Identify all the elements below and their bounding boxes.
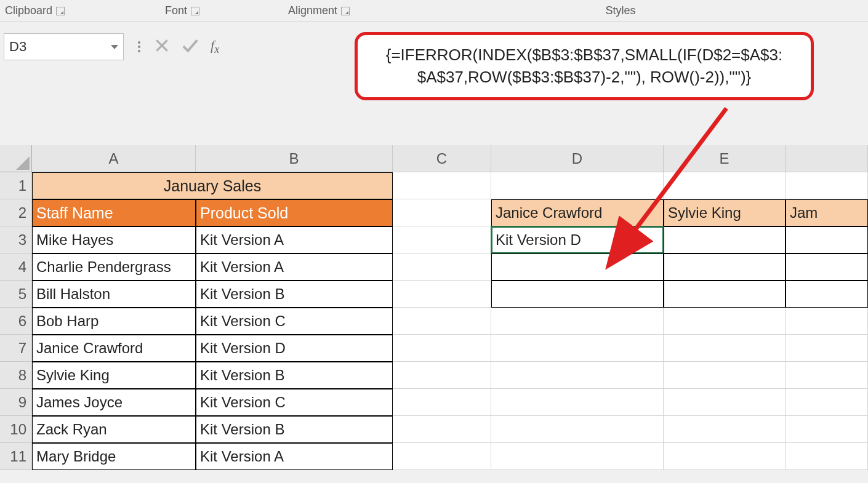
name-box[interactable]: D3 [4, 33, 124, 60]
cell-C1[interactable] [393, 172, 491, 199]
cell-C4[interactable] [393, 253, 491, 281]
cell-D1[interactable] [491, 172, 664, 199]
column-header-C[interactable]: C [393, 145, 491, 172]
cell-A5[interactable]: Bill Halston [32, 281, 196, 308]
row-header[interactable]: 11 [0, 443, 32, 470]
ribbon-group-alignment[interactable]: Alignment [288, 4, 417, 17]
cell-E8[interactable] [664, 362, 786, 389]
cell-C10[interactable] [393, 416, 491, 443]
row-header[interactable]: 3 [0, 226, 32, 253]
cell-C7[interactable] [393, 335, 491, 362]
cell-F1[interactable] [786, 172, 868, 199]
cell-D9[interactable] [491, 389, 664, 416]
cell-A2[interactable]: Staff Name [32, 199, 196, 226]
row-header[interactable]: 6 [0, 308, 32, 335]
select-all-corner[interactable] [0, 145, 32, 172]
fx-icon[interactable]: fx [211, 38, 219, 56]
cell-C11[interactable] [393, 443, 491, 470]
cell-F6[interactable] [786, 308, 868, 335]
cell-C5[interactable] [393, 281, 491, 308]
formula-text-line2: $A$37,ROW($B$3:$B$37)-2,""), ROW()-2)),"… [369, 66, 800, 88]
row-header[interactable]: 1 [0, 172, 32, 199]
cell-D8[interactable] [491, 362, 664, 389]
cell-E7[interactable] [664, 335, 786, 362]
cell-D2[interactable]: Janice Crawford [491, 199, 664, 226]
cell-A1[interactable]: January Sales [32, 172, 393, 199]
column-header-A[interactable]: A [32, 145, 196, 172]
dialog-launcher-icon[interactable] [56, 7, 65, 15]
enter-icon[interactable] [181, 36, 199, 57]
cell-F7[interactable] [786, 335, 868, 362]
cell-B11[interactable]: Kit Version A [196, 443, 393, 470]
column-header-B[interactable]: B [196, 145, 393, 172]
cell-E10[interactable] [664, 416, 786, 443]
cell-E1[interactable] [664, 172, 786, 199]
cell-B10[interactable]: Kit Version B [196, 416, 393, 443]
cell-F4[interactable] [786, 253, 868, 281]
cell-C9[interactable] [393, 389, 491, 416]
ribbon-group-styles[interactable]: Styles [565, 4, 676, 17]
cell-C6[interactable] [393, 308, 491, 335]
cell-D7[interactable] [491, 335, 664, 362]
cell-D5[interactable] [491, 281, 664, 308]
column-header-E[interactable]: E [664, 145, 786, 172]
cell-A11[interactable]: Mary Bridge [32, 443, 196, 470]
dialog-launcher-icon[interactable] [341, 7, 350, 15]
cell-E5[interactable] [664, 281, 786, 308]
cell-E4[interactable] [664, 253, 786, 281]
ribbon-group-clipboard[interactable]: Clipboard [5, 4, 97, 17]
cell-D11[interactable] [491, 443, 664, 470]
cell-B6[interactable]: Kit Version C [196, 308, 393, 335]
ribbon-label: Clipboard [5, 4, 52, 17]
cell-C8[interactable] [393, 362, 491, 389]
cell-B7[interactable]: Kit Version D [196, 335, 393, 362]
cell-F10[interactable] [786, 416, 868, 443]
row-header[interactable]: 9 [0, 389, 32, 416]
column-header-F[interactable] [786, 145, 868, 172]
cell-E2[interactable]: Sylvie King [664, 199, 786, 226]
cell-D4[interactable] [491, 253, 664, 281]
cell-B8[interactable]: Kit Version B [196, 362, 393, 389]
column-header-D[interactable]: D [491, 145, 664, 172]
chevron-down-icon[interactable] [111, 45, 118, 49]
cell-D10[interactable] [491, 416, 664, 443]
cell-B3[interactable]: Kit Version A [196, 226, 393, 253]
dialog-launcher-icon[interactable] [191, 7, 199, 15]
cell-A9[interactable]: James Joyce [32, 389, 196, 416]
formula-bar-input[interactable]: {=IFERROR(INDEX($B$3:$B$37,SMALL(IF(D$2=… [355, 32, 814, 100]
cell-B5[interactable]: Kit Version B [196, 281, 393, 308]
cell-F5[interactable] [786, 281, 868, 308]
cell-E3[interactable] [664, 226, 786, 253]
cell-F9[interactable] [786, 389, 868, 416]
cell-E9[interactable] [664, 389, 786, 416]
cell-D6[interactable] [491, 308, 664, 335]
row-header[interactable]: 5 [0, 281, 32, 308]
row-header[interactable]: 4 [0, 253, 32, 281]
row-header[interactable]: 8 [0, 362, 32, 389]
row-header[interactable]: 7 [0, 335, 32, 362]
ribbon-group-font[interactable]: Font [165, 4, 288, 17]
cell-C2[interactable] [393, 199, 491, 226]
cell-A10[interactable]: Zack Ryan [32, 416, 196, 443]
cell-A4[interactable]: Charlie Pendergrass [32, 253, 196, 281]
cancel-icon[interactable] [154, 38, 170, 56]
cell-F2[interactable]: Jam [786, 199, 868, 226]
cell-F11[interactable] [786, 443, 868, 470]
cell-C3[interactable] [393, 226, 491, 253]
row-header[interactable]: 10 [0, 416, 32, 443]
row-header[interactable]: 2 [0, 199, 32, 226]
cell-B9[interactable]: Kit Version C [196, 389, 393, 416]
cell-E11[interactable] [664, 443, 786, 470]
cell-E6[interactable] [664, 308, 786, 335]
cell-F3[interactable] [786, 226, 868, 253]
cell-B4[interactable]: Kit Version A [196, 253, 393, 281]
cell-D3[interactable]: Kit Version D [491, 226, 664, 253]
cell-A3[interactable]: Mike Hayes [32, 226, 196, 253]
cell-A8[interactable]: Sylvie King [32, 362, 196, 389]
spreadsheet-grid[interactable]: A B C D E 1 January Sales 2 Staff Name P… [0, 145, 868, 470]
cell-F8[interactable] [786, 362, 868, 389]
grip-icon[interactable] [135, 41, 143, 52]
cell-A6[interactable]: Bob Harp [32, 308, 196, 335]
cell-A7[interactable]: Janice Crawford [32, 335, 196, 362]
cell-B2[interactable]: Product Sold [196, 199, 393, 226]
